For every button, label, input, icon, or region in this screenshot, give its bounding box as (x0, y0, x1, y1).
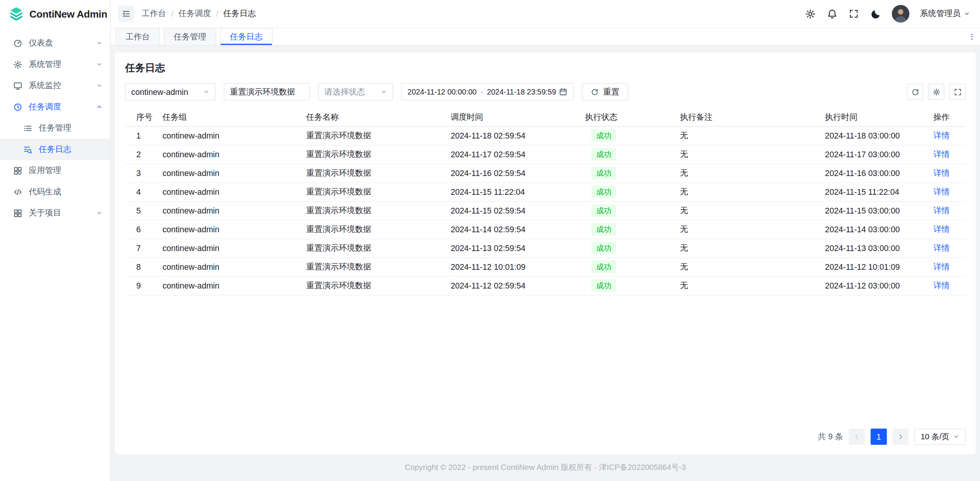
chevron-down-icon (96, 210, 102, 216)
status-badge: 成功 (591, 204, 616, 217)
tab-task-log[interactable]: 任务日志 (220, 28, 273, 45)
task-log-table: 序号 任务组 任务名称 调度时间 执行状态 执行备注 执行时间 操作 1 (125, 109, 966, 295)
code-generation-icon (13, 187, 23, 197)
tab-task-management[interactable]: 任务管理 (164, 28, 216, 45)
column-header-index: 序号 (125, 109, 163, 126)
next-page-button[interactable] (892, 429, 908, 445)
page-size-select[interactable]: 10 条/页 (915, 429, 966, 445)
app-title: ContiNew Admin (29, 8, 107, 20)
chevron-down-icon (96, 83, 102, 89)
column-header-remark: 执行备注 (680, 109, 825, 126)
footer: Copyright © 2022 - present ContiNew Admi… (111, 454, 980, 481)
chevron-up-icon (96, 104, 102, 110)
table-row: 6 continew-admin 重置演示环境数据 2024-11-14 02:… (125, 220, 966, 239)
sidebar-item-system-monitor[interactable]: 系统监控 (0, 75, 110, 96)
page-title: 任务日志 (125, 62, 966, 75)
sidebar-collapse-button[interactable] (118, 6, 134, 22)
prev-page-button[interactable] (849, 429, 865, 445)
column-header-action: 操作 (918, 109, 966, 126)
sidebar-item-task-management[interactable]: 任务管理 (0, 117, 110, 139)
column-header-exec-time: 执行时间 (825, 109, 918, 126)
table-refresh-button[interactable] (907, 84, 923, 100)
chevron-down-icon (964, 11, 970, 17)
date-range-picker[interactable]: 2024-11-12 00:00:00 - 2024-11-18 23:59:5… (401, 83, 574, 101)
sidebar-item-app-management[interactable]: 应用管理 (0, 160, 110, 181)
chevron-down-icon (96, 61, 102, 67)
bell-icon (826, 8, 837, 19)
table-fullscreen-button[interactable] (949, 84, 965, 100)
task-log-card: 任务日志 continew-admin 请选择状态 2024-11-12 00:… (115, 52, 975, 454)
fullscreen-button[interactable] (848, 8, 859, 19)
detail-link[interactable]: 详情 (933, 280, 949, 290)
refresh-icon (911, 88, 919, 96)
date-start: 2024-11-12 00:00:00 (407, 88, 476, 96)
tab-workbench[interactable]: 工作台 (116, 28, 160, 45)
detail-link[interactable]: 详情 (933, 149, 949, 158)
table-row: 3 continew-admin 重置演示环境数据 2024-11-16 02:… (125, 164, 966, 183)
status-badge: 成功 (591, 148, 616, 161)
breadcrumb-item[interactable]: 工作台 (142, 8, 167, 19)
system-management-icon (13, 59, 23, 69)
sidebar-item-task-schedule[interactable]: 任务调度 (0, 96, 110, 117)
pagination: 共 9 条 1 10 条/页 (125, 429, 966, 454)
content-area: 任务日志 continew-admin 请选择状态 2024-11-12 00:… (111, 46, 980, 454)
status-select[interactable]: 请选择状态 (318, 83, 393, 101)
system-monitor-icon (13, 81, 23, 91)
column-header-status: 执行状态 (585, 109, 680, 126)
task-schedule-icon (13, 102, 23, 112)
avatar[interactable] (892, 5, 910, 23)
detail-link[interactable]: 详情 (933, 262, 949, 271)
gear-icon (805, 8, 815, 19)
chevron-right-icon (897, 434, 903, 440)
task-group-select[interactable]: continew-admin (125, 83, 216, 101)
sidebar-item-dashboard[interactable]: 仪表盘 (0, 33, 110, 54)
settings-button[interactable] (804, 8, 815, 19)
copyright-text: Copyright © 2022 - present ContiNew Admi… (405, 462, 686, 473)
table-row: 9 continew-admin 重置演示环境数据 2024-11-12 02:… (125, 276, 966, 295)
reset-button[interactable]: 重置 (582, 83, 628, 101)
table-row: 5 continew-admin 重置演示环境数据 2024-11-15 02:… (125, 201, 966, 220)
breadcrumb: 工作台 / 任务调度 / 任务日志 (142, 8, 256, 19)
breadcrumb-item[interactable]: 任务调度 (178, 8, 211, 19)
logo-row: ContiNew Admin (0, 0, 110, 28)
status-badge: 成功 (591, 261, 616, 273)
fullscreen-icon (954, 88, 962, 96)
app-management-icon (13, 166, 23, 176)
moon-icon (870, 8, 881, 19)
sidebar-item-code-generation[interactable]: 代码生成 (0, 181, 110, 202)
table-toolbar (907, 84, 965, 100)
tabs-more-button[interactable] (964, 28, 980, 45)
total-count: 共 9 条 (818, 431, 843, 442)
chevron-down-icon (203, 89, 209, 95)
notification-button[interactable] (826, 8, 837, 19)
task-name-input[interactable] (224, 83, 310, 101)
table-row: 2 continew-admin 重置演示环境数据 2024-11-17 02:… (125, 145, 966, 164)
table-settings-button[interactable] (928, 84, 944, 100)
table-header-row: 序号 任务组 任务名称 调度时间 执行状态 执行备注 执行时间 操作 (125, 109, 966, 126)
filter-row: continew-admin 请选择状态 2024-11-12 00:00:00… (125, 83, 966, 101)
gear-icon (932, 88, 940, 96)
status-badge: 成功 (591, 242, 616, 254)
theme-toggle-button[interactable] (870, 8, 881, 19)
user-name: 系统管理员 (920, 8, 960, 19)
detail-link[interactable]: 详情 (933, 168, 949, 177)
page-button-1[interactable]: 1 (871, 429, 887, 445)
detail-link[interactable]: 详情 (933, 187, 949, 196)
fullscreen-icon (849, 9, 859, 19)
sidebar-menu: 仪表盘 系统管理 系统监控 任务调 (0, 28, 110, 223)
detail-link[interactable]: 详情 (933, 224, 949, 233)
sidebar-item-task-log[interactable]: 任务日志 (0, 139, 110, 160)
table-row: 8 continew-admin 重置演示环境数据 2024-11-12 10:… (125, 258, 966, 276)
sidebar-item-about-project[interactable]: 关于项目 (0, 202, 110, 224)
detail-link[interactable]: 详情 (933, 243, 949, 252)
calendar-icon (559, 88, 568, 96)
reset-icon (591, 88, 599, 96)
sidebar-item-system-management[interactable]: 系统管理 (0, 54, 110, 75)
user-menu[interactable]: 系统管理员 (920, 8, 970, 19)
breadcrumb-separator: / (216, 9, 218, 18)
detail-link[interactable]: 详情 (933, 205, 949, 215)
chevron-down-icon (953, 434, 959, 440)
breadcrumb-separator: / (171, 9, 173, 18)
date-end: 2024-11-18 23:59:59 (487, 88, 556, 96)
detail-link[interactable]: 详情 (933, 130, 949, 140)
